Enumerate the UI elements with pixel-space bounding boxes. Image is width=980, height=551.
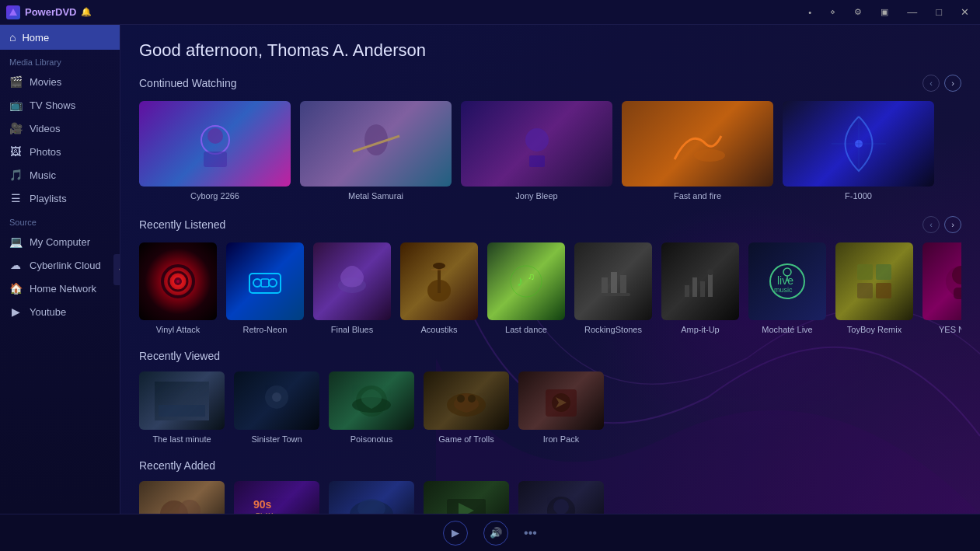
music-label-rocking: RockingStones xyxy=(574,325,652,334)
svg-rect-28 xyxy=(602,277,608,293)
sidebar-collapse-button[interactable]: ‹ xyxy=(113,254,120,285)
svg-rect-43 xyxy=(876,264,891,280)
network-icon: 🏠 xyxy=(9,282,22,295)
photos-label: Photos xyxy=(30,146,61,158)
dot-control[interactable]: • xyxy=(804,6,816,19)
recently-viewed-title: Recently Viewed xyxy=(139,350,220,362)
cw-item-cyborg[interactable]: Cyborg 2266 xyxy=(139,101,291,201)
svg-rect-35 xyxy=(708,274,713,297)
settings-control[interactable]: ⚙ xyxy=(849,5,867,19)
ra-item-2[interactable]: 90s PLAY xyxy=(234,481,319,514)
music-item-vinyl[interactable]: Vinyl Attack xyxy=(139,242,217,334)
music-item-lastdance[interactable]: ♪ ♫ Last dance xyxy=(487,242,565,334)
rl-next-button[interactable]: › xyxy=(944,216,961,233)
sidebar-item-music[interactable]: 🎵 Music xyxy=(0,163,120,187)
sidebar-item-photos[interactable]: 🖼 Photos xyxy=(0,140,120,163)
rv-item-trolls[interactable]: Game of Trolls xyxy=(424,371,509,444)
music-item-rocking[interactable]: RockingStones xyxy=(574,242,652,334)
ra-item-5[interactable] xyxy=(518,481,604,514)
youtube-icon: ▶ xyxy=(9,305,22,318)
cw-item-samurai[interactable]: Metal Samurai xyxy=(300,101,452,201)
cw-item-f1000[interactable]: F-1000 xyxy=(783,101,934,201)
cw-label-f1000: F-1000 xyxy=(783,191,934,201)
sidebar-item-videos[interactable]: 🎥 Videos xyxy=(0,117,120,140)
music-label-ampit: Amp-it-Up xyxy=(661,325,739,334)
svg-point-23 xyxy=(433,263,445,269)
recently-listened-header: Recently Listened ‹ › xyxy=(139,216,961,233)
cw-item-fastfire[interactable]: Fast and fire xyxy=(622,101,773,201)
greeting: Good afternoon, Thomas A. Anderson xyxy=(139,40,961,61)
play-button[interactable]: ▶ xyxy=(443,521,468,546)
cw-item-jony[interactable]: Jony Bleep xyxy=(461,101,612,201)
close-button[interactable]: ✕ xyxy=(956,5,974,19)
continued-watching-nav: ‹ › xyxy=(922,75,961,92)
svg-rect-33 xyxy=(692,277,697,297)
rv-thumb-sinister xyxy=(234,371,319,430)
music-item-acoustiks[interactable]: Acoustiks xyxy=(400,242,478,334)
music-label-blues: Final Blues xyxy=(313,325,391,334)
music-item-mochat[interactable]: live music Mochaté Live xyxy=(748,242,826,334)
svg-text:PLAY: PLAY xyxy=(256,511,273,514)
sidebar-item-playlists[interactable]: ☰ Playlists xyxy=(0,187,120,210)
recently-added-row: 90s PLAY xyxy=(139,481,961,514)
cw-label-jony: Jony Bleep xyxy=(461,191,612,201)
share-control[interactable]: ⋄ xyxy=(825,5,840,19)
ra-thumb-1 xyxy=(139,481,225,514)
volume-button[interactable]: 🔊 xyxy=(483,521,508,546)
music-label: Music xyxy=(30,169,56,181)
svg-rect-50 xyxy=(159,405,205,417)
sidebar-item-youtube[interactable]: ▶ Youtube xyxy=(0,300,120,323)
home-network-label: Home Network xyxy=(30,283,96,295)
music-icon: 🎵 xyxy=(9,169,22,181)
music-item-yes[interactable]: YES NoMor xyxy=(922,242,961,334)
sidebar-item-my-computer[interactable]: 💻 My Computer xyxy=(0,230,120,253)
sidebar: ⌂ Home Media Library 🎬 Movies 📺 TV Shows… xyxy=(0,25,120,514)
rv-label-sinister: Sinister Town xyxy=(234,434,319,444)
sidebar-item-movies[interactable]: 🎬 Movies xyxy=(0,70,120,93)
music-label-lastdance: Last dance xyxy=(487,325,565,334)
maximize-button[interactable]: □ xyxy=(931,5,947,19)
more-options-button[interactable]: ••• xyxy=(524,526,537,540)
sidebar-item-tv-shows[interactable]: 📺 TV Shows xyxy=(0,93,120,117)
cw-thumb-jony xyxy=(461,101,612,187)
svg-rect-34 xyxy=(700,281,705,297)
sidebar-item-home-network[interactable]: 🏠 Home Network xyxy=(0,277,120,300)
music-thumb-mochat: live music xyxy=(748,242,826,320)
cw-prev-button[interactable]: ‹ xyxy=(922,75,940,92)
player-bar: ▶ 🔊 ••• xyxy=(0,514,980,551)
svg-text:90s: 90s xyxy=(253,498,272,511)
sidebar-item-home[interactable]: ⌂ Home xyxy=(0,25,120,50)
svg-rect-45 xyxy=(876,283,891,298)
svg-rect-29 xyxy=(611,272,617,293)
rv-item-ironpack[interactable]: Iron Pack xyxy=(518,371,604,444)
rv-item-lastmin[interactable]: The last minute xyxy=(139,371,225,444)
music-thumb-lastdance: ♪ ♫ xyxy=(487,242,565,320)
rl-prev-button[interactable]: ‹ xyxy=(922,216,940,233)
playlists-icon: ☰ xyxy=(9,192,22,204)
minimize-button[interactable]: — xyxy=(902,5,922,19)
svg-point-57 xyxy=(468,395,476,403)
music-item-toyboy[interactable]: ToyBoy Remix xyxy=(835,242,913,334)
cw-next-button[interactable]: › xyxy=(944,75,961,92)
tv-label: TV Shows xyxy=(30,99,75,111)
content-area: Good afternoon, Thomas A. Anderson Conti… xyxy=(120,25,980,514)
notification-icon[interactable]: 🔔 xyxy=(81,7,92,17)
music-item-blues[interactable]: Final Blues xyxy=(313,242,391,334)
sidebar-item-cyberlink-cloud[interactable]: ☁ Cyberlink Cloud xyxy=(0,253,120,277)
rv-item-poison[interactable]: Poisonotus xyxy=(329,371,414,444)
music-item-ampit[interactable]: Amp-it-Up xyxy=(661,242,739,334)
rv-label-poison: Poisonotus xyxy=(329,434,414,444)
svg-marker-0 xyxy=(9,9,17,16)
window-control[interactable]: ▣ xyxy=(876,5,893,19)
ra-item-3[interactable] xyxy=(329,481,414,514)
ra-item-4[interactable] xyxy=(424,481,509,514)
cloud-label: Cyberlink Cloud xyxy=(30,260,101,271)
svg-rect-44 xyxy=(857,283,873,298)
rv-item-sinister[interactable]: Sinister Town xyxy=(234,371,319,444)
rv-thumb-ironpack xyxy=(518,371,604,430)
svg-point-25 xyxy=(511,266,542,297)
svg-point-61 xyxy=(179,500,201,514)
home-icon: ⌂ xyxy=(9,31,16,44)
ra-item-1[interactable] xyxy=(139,481,225,514)
music-item-neon[interactable]: Retro-Neon xyxy=(226,242,304,334)
